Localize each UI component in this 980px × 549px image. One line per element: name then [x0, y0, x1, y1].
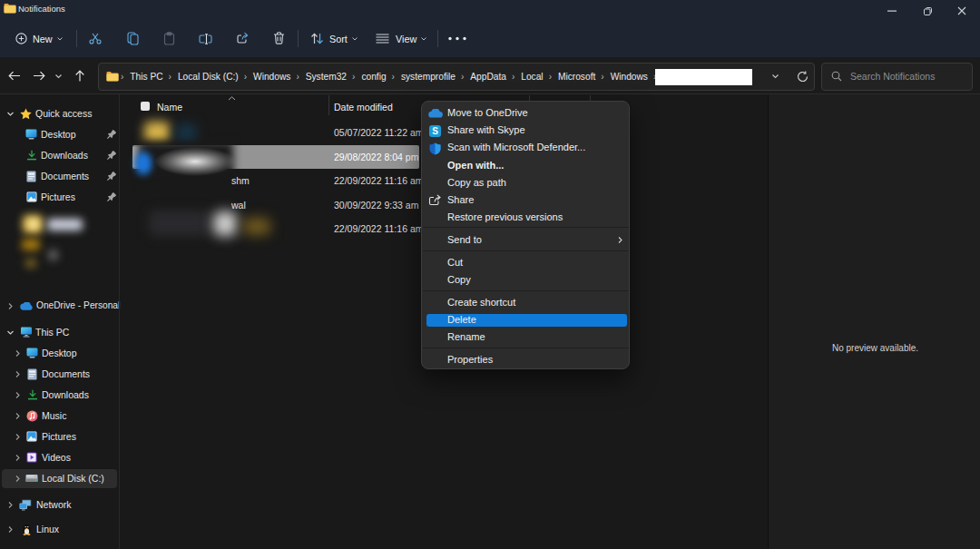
- svg-text:S: S: [432, 126, 438, 136]
